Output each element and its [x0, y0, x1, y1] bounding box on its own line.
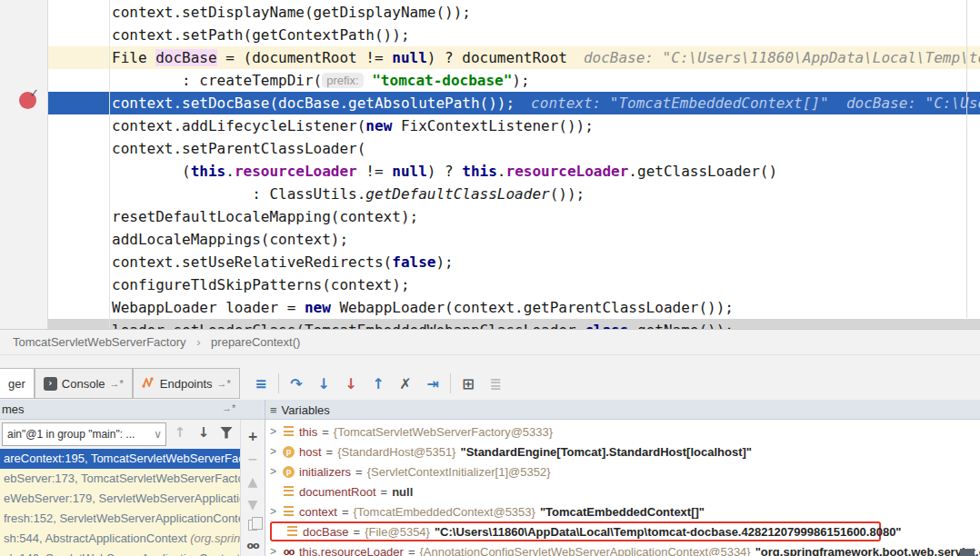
- code-line[interactable]: context.setDocBase(docBase.getAbsolutePa…: [0, 92, 980, 114]
- code-line[interactable]: context.setPath(getContextPath());: [0, 24, 980, 46]
- drop-frame-icon[interactable]: ✗: [392, 375, 419, 392]
- expand-chevron-icon[interactable]: >: [270, 465, 282, 478]
- frame-text: areContext:195, TomcatServletWebServerFa…: [4, 452, 240, 465]
- force-step-into-icon[interactable]: ↓: [337, 375, 365, 392]
- code-line[interactable]: loader.setLoaderClass(TomcatEmbeddedWeba…: [0, 319, 980, 329]
- frame-row[interactable]: fresh:152, ServletWebServerApplicationCo…: [0, 509, 240, 529]
- equals-sign: =: [355, 465, 363, 479]
- field-icon: [282, 506, 295, 517]
- variable-row-documentRoot[interactable]: documentRoot=null: [265, 482, 980, 501]
- code-line[interactable]: context.setUseRelativeRedirects(false);: [0, 251, 980, 273]
- code-token: resourceLoader: [506, 163, 629, 180]
- frame-row[interactable]: ebServer:173, TomcatServletWebServerFact…: [0, 469, 240, 489]
- breakpoint-icon[interactable]: [19, 92, 36, 109]
- variables-panel-title: Variables: [282, 403, 330, 417]
- view-options-icon[interactable]: ≡: [247, 375, 275, 392]
- expand-chevron-icon[interactable]: >: [270, 505, 282, 518]
- code-token: .getClassLoader(): [628, 163, 777, 180]
- combo-chevron-icon[interactable]: ∨: [154, 423, 162, 445]
- step-over-icon[interactable]: ↷: [283, 375, 310, 392]
- remove-watch-icon[interactable]: −: [245, 452, 260, 466]
- thread-combo[interactable]: ain"@1 in group "main": ... ∨: [2, 422, 166, 446]
- step-out-icon[interactable]: ↑: [365, 375, 392, 392]
- equals-sign: =: [408, 545, 415, 556]
- variable-name: this.resourceLoader: [299, 545, 404, 556]
- code-token: !=: [357, 163, 393, 180]
- show-watches-icon[interactable]: oo: [245, 539, 260, 553]
- equals-sign: =: [322, 425, 329, 439]
- code-token: .: [225, 163, 235, 180]
- expand-chevron-icon[interactable]: >: [270, 545, 282, 556]
- code-token: loader.setLoaderClass(TomcatEmbeddedWeba…: [112, 322, 585, 329]
- code-token: null: [392, 49, 427, 66]
- tab-endpoints[interactable]: Endpoints→*: [133, 368, 240, 399]
- variable-row-host[interactable]: >phost={StandardHost@5351}"StandardEngin…: [265, 442, 980, 462]
- code-lines[interactable]: context.setDisplayName(getDisplayName())…: [0, 1, 980, 329]
- evaluate-expression-icon[interactable]: ⊞: [455, 375, 482, 392]
- frame-text: eWebServer:179, ServletWebServerApplicat…: [4, 491, 240, 505]
- field-icon: [285, 526, 299, 537]
- layout-settings-icon[interactable]: ≣: [482, 375, 509, 392]
- duplicate-watch-icon[interactable]: [248, 520, 257, 531]
- frame-row[interactable]: eWebServer:179, ServletWebServerApplicat…: [0, 489, 240, 509]
- parameter-hint-chip: prefix:: [322, 73, 363, 88]
- tab-console[interactable]: ›Console→*: [35, 368, 133, 399]
- fold-gutter-divider: [109, 0, 110, 329]
- breadcrumb-class[interactable]: TomcatServletWebServerFactory: [13, 335, 186, 349]
- code-token: false: [392, 253, 435, 271]
- code-line[interactable]: : ClassUtils.getDefaultClassLoader());: [0, 183, 980, 205]
- code-line[interactable]: resetDefaultLocaleMapping(context);: [0, 205, 980, 228]
- variable-row-context[interactable]: >context={TomcatEmbeddedContext@5353}"To…: [265, 501, 980, 521]
- tab-pin-icon[interactable]: →*: [217, 378, 231, 389]
- code-line[interactable]: context.addLifecycleListener(new FixCont…: [0, 114, 980, 137]
- frame-row[interactable]: areContext:195, TomcatServletWebServerFa…: [0, 449, 240, 469]
- variable-object-ref: {AnnotationConfigServletWebServerApplica…: [420, 545, 751, 556]
- tab-ger[interactable]: ger: [0, 368, 35, 399]
- scrollbar-thumb[interactable]: [960, 549, 975, 556]
- code-token: WebappLoader(context.getParentClassLoade…: [331, 299, 734, 316]
- frame-row[interactable]: sh:140, ServletWebServerApplicationConte…: [0, 549, 240, 556]
- variable-row-this-resourceLoader[interactable]: >oothis.resourceLoader={AnnotationConfig…: [265, 541, 980, 556]
- tab-label: ger: [8, 377, 25, 391]
- code-token: configureTldSkipPatterns(context);: [112, 276, 410, 293]
- code-token: .: [497, 163, 506, 180]
- frame-up-icon[interactable]: ↑: [173, 424, 187, 441]
- tab-label: Console: [62, 377, 105, 391]
- expand-chevron-icon[interactable]: >: [270, 445, 282, 458]
- breadcrumb-method[interactable]: prepareContext(): [211, 335, 300, 349]
- filter-frames-icon[interactable]: [220, 427, 233, 439]
- move-watch-up-icon[interactable]: ▲: [245, 474, 260, 489]
- run-to-cursor-icon[interactable]: ⇥: [419, 375, 446, 392]
- variable-name: documentRoot: [299, 485, 376, 499]
- code-line[interactable]: configureTldSkipPatterns(context);: [0, 273, 980, 296]
- variable-name: host: [299, 445, 322, 459]
- code-token: new: [305, 299, 331, 316]
- step-into-icon[interactable]: ↓: [310, 375, 337, 392]
- move-watch-down-icon[interactable]: ▼: [245, 497, 260, 511]
- variable-row-initializers[interactable]: >pinitializers={ServletContextInitialize…: [265, 462, 980, 482]
- expand-chevron-icon[interactable]: >: [270, 425, 282, 438]
- frame-row[interactable]: sh:544, AbstractApplicationContext (org.…: [0, 529, 240, 549]
- variable-row-docBase[interactable]: docBase={File@5354}"C:\Users\11860\AppDa…: [265, 521, 980, 541]
- code-line[interactable]: File docBase = (documentRoot != null) ? …: [0, 46, 980, 69]
- code-line[interactable]: (this.resourceLoader != null) ? this.res…: [0, 160, 980, 183]
- code-editor[interactable]: context.setDisplayName(getDisplayName())…: [0, 0, 980, 329]
- variable-row-this[interactable]: >this={TomcatServletWebServerFactory@533…: [265, 422, 980, 442]
- code-line[interactable]: context.setParentClassLoader(: [0, 137, 980, 160]
- variables-panel: >this={TomcatServletWebServerFactory@533…: [265, 420, 980, 556]
- frame-text: sh:544, AbstractApplicationContext: [4, 531, 190, 545]
- code-line[interactable]: : createTempDir(prefix: "tomcat-docbase"…: [0, 69, 980, 92]
- frames-pin-icon[interactable]: →*: [222, 402, 235, 413]
- frame-down-icon[interactable]: ↓: [196, 424, 211, 441]
- tab-label: Endpoints: [160, 377, 213, 391]
- variable-name: docBase: [303, 525, 349, 539]
- tab-pin-icon[interactable]: →*: [110, 378, 124, 389]
- code-line[interactable]: addLocaleMappings(context);: [0, 228, 980, 251]
- code-line[interactable]: context.setDisplayName(getDisplayName())…: [0, 1, 980, 24]
- variable-name: initializers: [299, 465, 351, 479]
- add-watch-icon[interactable]: +: [245, 429, 260, 443]
- frames-panel: ain"@1 in group "main": ... ∨ ↑↓ areCont…: [0, 420, 240, 556]
- editor-gutter[interactable]: [0, 0, 47, 329]
- variables-menu-icon[interactable]: ≡: [270, 403, 277, 417]
- code-line[interactable]: WebappLoader loader = new WebappLoader(c…: [0, 296, 980, 319]
